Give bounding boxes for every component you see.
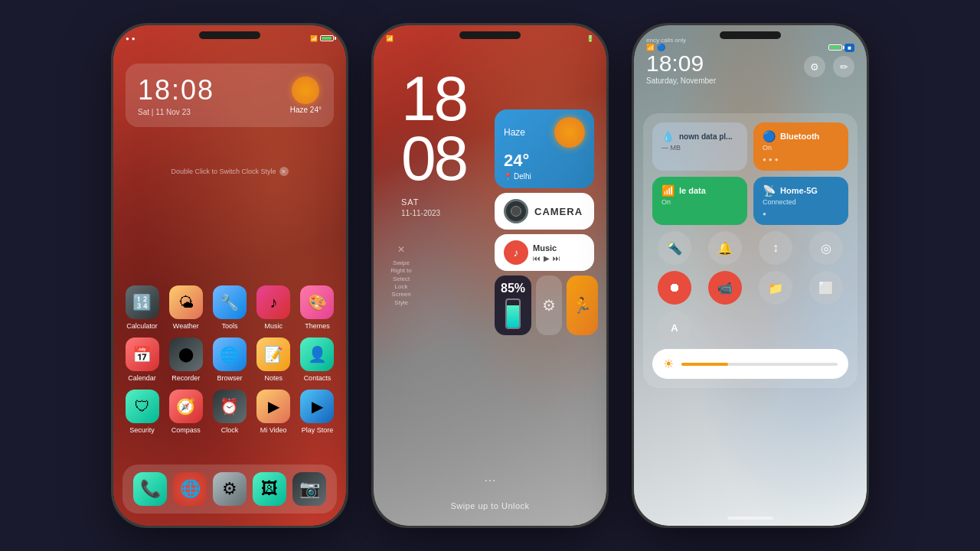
music-controls: Music ⏮ ▶ ⏭ [533,243,585,262]
cc-rotate-btn[interactable]: ↕ [759,231,792,265]
cc-rec-btn[interactable]: ⏺ [658,271,691,305]
cc-text-btn[interactable]: A [658,311,691,344]
cc-torch-btn[interactable]: 🔦 [658,231,691,265]
status-left-2: 📶 [386,35,394,42]
settings-widget[interactable]: ⚙ [536,276,562,335]
dock-settings[interactable]: ⚙ [213,472,247,506]
weather-widget[interactable]: Haze 24° 📍 Delhi [495,109,594,188]
clock-widget[interactable]: 18:08 Sat | 11 Nov 23 Haze 24° [126,64,334,127]
data-sub: — MB [662,144,738,152]
mivideo-label: Mi Video [260,426,287,434]
brightness-control[interactable]: ☀ [652,349,848,379]
step-widget[interactable]: 🏃 [567,276,598,335]
switch-clock-text: Double Click to Switch Clock Style [113,167,346,176]
camera-lens-icon [504,199,528,223]
data-title: nown data pl... [679,132,732,141]
themes-label: Themes [305,322,330,330]
home-indicator[interactable] [727,517,773,520]
recorder-icon: ⬤ [169,337,203,371]
small-widgets-row: 85% ⚙ 🏃 [495,276,594,335]
dock-camera[interactable]: 📷 [292,472,326,506]
cc-settings-btn[interactable]: ⚙ [804,56,825,77]
prev-btn[interactable]: ⏮ [533,254,541,262]
widget-city: Haze [504,127,525,138]
contacts-icon: 👤 [300,337,334,371]
compass-label: Compass [172,426,201,434]
widgets-area: Haze 24° 📍 Delhi CAMERA [495,109,594,335]
playstore-label: Play Store [302,426,334,434]
app-music[interactable]: ♪ Music [254,285,293,330]
cc-edit-btn[interactable]: ✏ [833,56,854,77]
app-mivideo[interactable]: ▶ Mi Video [254,390,293,434]
brightness-sun-icon: ☀ [663,357,674,371]
cc-rec2-btn[interactable]: 📹 [708,271,742,305]
cc-top-actions: ⚙ ✏ [804,56,854,77]
music-widget-icon: ♪ [504,240,528,265]
next-btn[interactable]: ⏭ [553,254,560,262]
cc-tile-bluetooth[interactable]: 🔵 Bluetooth On ● ● ● [753,122,848,171]
cc-tile-data[interactable]: 💧 nown data pl... — MB [652,122,747,171]
music-widget[interactable]: ♪ Music ⏮ ▶ ⏭ [495,234,594,271]
cc-window-btn[interactable]: ⬜ [809,271,843,305]
music-title: Music [533,243,585,253]
app-clock[interactable]: ⏰ Clock [210,390,249,434]
camera-widget[interactable]: CAMERA [495,193,594,230]
side-swipe-hint: ✕ Swipe Right to Select Lock Screen Styl… [386,243,416,307]
app-playstore[interactable]: ▶ Play Store [298,390,337,434]
weather-small: Haze 24° [290,77,322,114]
cc-tile-mobile[interactable]: 📶 le data On [652,177,747,225]
cc-time-block: 18:09 Saturday, November [646,52,716,85]
app-weather[interactable]: 🌤 Weather [166,285,205,330]
app-calendar[interactable]: 📅 Calendar [122,337,162,382]
notch-2 [459,31,521,39]
app-themes[interactable]: 🎨 Themes [298,285,337,330]
dock-phone[interactable]: 📞 [133,472,167,506]
widget-sun [554,117,585,148]
lock-day: SAT [401,197,420,207]
battery-bar [505,298,521,329]
compass-icon: 🧭 [169,390,203,423]
mivideo-icon: ▶ [256,390,290,423]
lock-date: 11-11-2023 [401,209,440,217]
data-tile-top: 💧 nown data pl... [662,130,738,142]
clock-icon: ⏰ [213,390,247,423]
app-tools[interactable]: 🔧 Tools [210,285,249,330]
app-contacts[interactable]: 👤 Contacts [298,337,337,382]
notes-label: Notes [264,374,283,382]
bt-sub: On [763,144,839,152]
dock-gallery[interactable]: 🖼 [253,472,286,506]
app-recorder[interactable]: ⬤ Recorder [166,337,205,382]
camera-label: CAMERA [534,206,583,217]
weather-label: Weather [173,322,199,330]
cc-icon-row-2: ⏺ 📹 📁 ⬜ [652,271,848,305]
battery-widget: 85% [495,276,531,335]
themes-icon: 🎨 [300,285,334,319]
music-icon: ♪ [256,285,290,319]
browser-label: Browser [217,374,242,382]
mobile-sub: On [662,198,738,206]
tools-label: Tools [221,322,237,330]
play-btn[interactable]: ▶ [544,254,550,262]
dock-browser[interactable]: 🌐 [173,472,207,506]
lock-clock-container: 18 08 [401,67,466,187]
app-browser[interactable]: 🌐 Browser [210,337,249,382]
tools-icon: 🔧 [213,285,247,319]
app-compass[interactable]: 🧭 Compass [166,390,205,434]
notes-icon: 📝 [256,337,290,371]
app-security[interactable]: 🛡 Security [122,390,162,434]
cc-date: Saturday, November [646,77,716,85]
status-right-2: 🔋 [586,35,594,42]
cc-tile-wifi[interactable]: 📡 Home-5G Connected ● [753,177,848,225]
app-notes[interactable]: 📝 Notes [254,337,293,382]
cc-focus-btn[interactable]: ◎ [809,231,843,265]
clock-date: Sat | 11 Nov 23 [138,108,214,116]
calendar-icon: 📅 [126,337,159,371]
calculator-label: Calculator [126,322,158,330]
battery-pct: 85% [501,282,525,295]
cc-folder-btn[interactable]: 📁 [759,271,792,305]
security-icon: 🛡 [126,390,159,423]
app-calculator[interactable]: 🔢 Calculator [122,285,162,330]
status-right-1: 📶 [310,35,334,42]
wifi-devices: ● [763,210,839,217]
cc-bell-btn[interactable]: 🔔 [708,231,742,265]
